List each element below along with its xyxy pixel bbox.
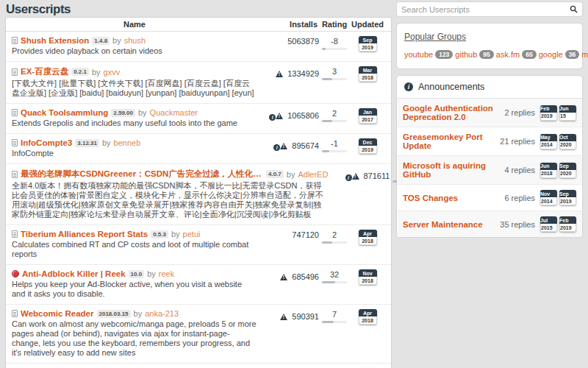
site-logo[interactable]: Userscripts — [6, 2, 71, 17]
group-tag-link[interactable]: ask.fm — [496, 50, 520, 59]
rating-value: -8 — [319, 37, 350, 46]
group-tag-link[interactable]: musicbrainz — [581, 50, 588, 59]
author-link[interactable]: petui — [183, 230, 201, 238]
group-tag-count: 36 — [565, 50, 579, 59]
installs-count: 590391 — [292, 312, 319, 321]
column-header-name[interactable]: Name — [12, 20, 257, 29]
date-badge: Oct2020 — [559, 134, 576, 149]
script-icon — [12, 171, 18, 178]
table-row: ICE Quick Stream 7.1 by Russtronic Enabl… — [6, 364, 391, 368]
installs-count: 895674 — [292, 141, 319, 150]
search-bar — [397, 2, 582, 16]
updated-date-badge: Dec2019 — [359, 138, 377, 154]
rating-bar — [322, 321, 347, 323]
date-badge: Feb2019 — [540, 105, 557, 121]
rating-bar — [322, 78, 347, 80]
script-description: [下载大文件] [批量下载] [文件夹下载] [百度网盘] [百度云盘] [百度… — [12, 79, 257, 98]
script-name-link[interactable]: Webcomic Reader — [21, 309, 94, 318]
warning-icon — [280, 274, 287, 280]
script-icon — [12, 310, 18, 317]
column-header-updated[interactable]: Updated — [350, 20, 385, 29]
date-badge: May2014 — [540, 134, 557, 149]
rating-value: 2 — [319, 230, 350, 239]
rating-bar — [322, 241, 347, 244]
announcement-item: Server Maintenance35 replies Jul2015 Feb… — [397, 211, 582, 237]
announcement-item: Greasemonkey Port Update21 replies May20… — [397, 127, 582, 156]
date-badge: Jun15 — [559, 105, 576, 121]
column-header-rating[interactable]: Rating — [319, 20, 350, 29]
by-label: by — [92, 68, 101, 77]
group-tag-count: 123 — [435, 50, 453, 59]
script-name-link[interactable]: InfoCompte3 — [21, 138, 72, 147]
version-badge: 4.0.7 — [266, 170, 284, 178]
rating-value: 2 — [319, 109, 350, 118]
author-link[interactable]: anka-213 — [145, 309, 179, 318]
rating-bar — [322, 120, 347, 122]
date-badge: Nov2014 — [540, 190, 557, 205]
script-icon — [12, 68, 18, 76]
script-name-link[interactable]: Quack Toolsammlung — [21, 108, 108, 117]
author-link[interactable]: reek — [159, 269, 174, 278]
table-row: Anti-Adblock Killer | Reek 10.0 by reek … — [6, 265, 391, 305]
rating-value: 32 — [319, 270, 350, 279]
tag-cloud: youtube123github95ask.fm65google36musicb… — [404, 48, 575, 61]
flag-icons — [276, 67, 283, 80]
popular-groups-panel: Popular Groups youtube123github95ask.fm6… — [397, 24, 582, 68]
announcement-link[interactable]: TOS Changes — [403, 194, 504, 202]
info-icon: i — [269, 114, 276, 121]
updated-date-badge: Mar2018 — [359, 66, 377, 82]
announcements-title: Announcements — [418, 82, 484, 92]
flag-icons — [280, 310, 287, 323]
flag-icons: i — [269, 109, 283, 122]
announcement-link[interactable]: Google Authentication Deprecation 2.0 — [403, 104, 504, 121]
by-label: by — [112, 36, 121, 45]
script-name-link[interactable]: Tiberium Alliances Report Stats — [21, 230, 148, 238]
script-icon — [12, 270, 19, 277]
version-badge: 10.0 — [129, 270, 145, 278]
author-link[interactable]: AdlerED — [298, 170, 328, 179]
script-description: InfoCompte — [12, 149, 257, 158]
group-tag-link[interactable]: github — [455, 50, 477, 59]
replies-count: 4 replies — [504, 166, 535, 174]
table-row: 最强的老牌脚本CSDNGreener：CSDN广告完全过滤，人性化脚本优化 4.… — [6, 164, 391, 225]
version-badge: 2018.03.15 — [97, 310, 131, 318]
search-input[interactable] — [401, 5, 570, 14]
group-tag-link[interactable]: google — [539, 50, 563, 59]
by-label: by — [138, 108, 147, 117]
script-name-link[interactable]: Shush Extension — [21, 36, 89, 45]
script-name-link[interactable]: Anti-Adblock Killer | Reek — [22, 269, 126, 278]
author-link[interactable]: Quackmaster — [150, 108, 198, 117]
script-name-link[interactable]: EX-百度云盘 — [21, 66, 68, 77]
installs-count: 685496 — [292, 272, 319, 281]
group-tag-link[interactable]: youtube — [404, 50, 433, 59]
installs-count: 747120 — [292, 230, 319, 239]
announcement-link[interactable]: Greasemonkey Port Update — [403, 132, 500, 150]
script-name-link[interactable]: 最强的老牌脚本CSDNGreener：CSDN广告完全过滤，人性化脚本优化 — [21, 169, 263, 180]
author-link[interactable]: benneb — [114, 138, 141, 147]
warning-icon — [352, 173, 359, 180]
rating-value: 3 — [319, 67, 350, 76]
warning-icon — [276, 71, 283, 77]
installs-count: 1065806 — [287, 111, 319, 120]
by-label: by — [147, 269, 156, 278]
script-description: Helps you keep your Ad-Blocker active, w… — [12, 280, 257, 299]
column-header-installs[interactable]: Installs — [257, 20, 319, 29]
group-tag-count: 95 — [479, 50, 493, 59]
sidebar: Popular Groups youtube123github95ask.fm6… — [397, 2, 582, 237]
search-icon[interactable] — [570, 5, 578, 13]
flag-icons: i — [345, 169, 359, 183]
rating-value: 7 — [319, 310, 350, 319]
by-label: by — [171, 230, 180, 238]
version-badge: 2.59.00 — [111, 109, 135, 117]
announcement-link[interactable]: Server Maintenance — [403, 220, 500, 229]
author-link[interactable]: shush — [124, 36, 146, 45]
author-link[interactable]: gxvv — [104, 68, 121, 77]
updated-date-badge: Apr2018 — [359, 230, 377, 245]
script-icon — [12, 139, 18, 146]
popular-groups-title[interactable]: Popular Groups — [404, 32, 466, 42]
announcement-link[interactable]: Microsoft is aquiring GitHub — [403, 161, 504, 179]
date-badge: Jul2015 — [540, 216, 557, 232]
script-description: Calculates combined RT and CP costs and … — [12, 240, 257, 259]
updated-date-badge: Sep2019 — [359, 36, 377, 52]
table-header-row: Name Installs Rating Updated — [6, 18, 391, 32]
